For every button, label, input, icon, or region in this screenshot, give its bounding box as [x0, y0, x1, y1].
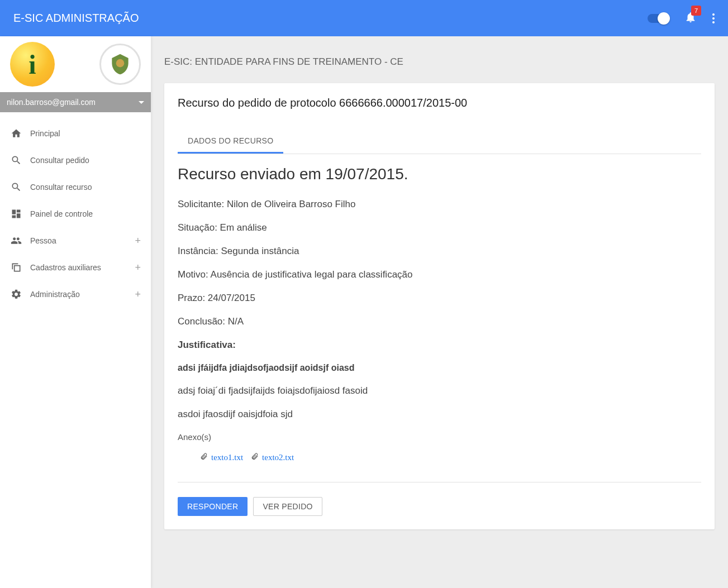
sidebar-item-admin[interactable]: Administração + [0, 281, 151, 308]
sidebar-item-painel[interactable]: Painel de controle [0, 200, 151, 227]
agency-crest-icon [99, 44, 141, 85]
attachment-item[interactable]: texto1.txt [200, 452, 243, 463]
respond-button[interactable]: RESPONDER [178, 497, 248, 516]
plus-icon: + [135, 262, 141, 274]
sidebar-item-label: Consultar recurso [30, 183, 92, 192]
user-email: nilon.barroso@gmail.com [7, 98, 96, 107]
attachment-link[interactable]: texto2.txt [262, 453, 294, 462]
justificativa-label: Justificativa: [178, 340, 701, 351]
justificativa-line3: asdoi jfaosdijf oaisjdfoia sjd [178, 409, 701, 420]
home-icon [10, 128, 22, 139]
action-bar: RESPONDER VER PEDIDO [178, 497, 701, 516]
dashboard-icon [10, 208, 22, 219]
sidebar-item-label: Cadastros auxiliares [30, 263, 101, 272]
chevron-down-icon [139, 101, 144, 104]
sidebar-item-label: Pessoa [30, 236, 56, 245]
anexos-label: Anexo(s) [178, 432, 701, 442]
logo-area: i [0, 36, 151, 92]
detail-motivo: Motivo: Ausência de justificativa legal … [178, 269, 701, 280]
plus-icon: + [135, 235, 141, 247]
detail-instancia: Instância: Segunda instância [178, 246, 701, 257]
main-content: E-SIC: ENTIDADE PARA FINS DE TREINAMENTO… [151, 36, 728, 588]
paperclip-icon [200, 452, 208, 463]
sidebar: i nilon.barroso@gmail.com Principal Cons… [0, 36, 151, 588]
notifications-button[interactable]: 7 [684, 11, 697, 26]
sidebar-item-consultar-pedido[interactable]: Consultar pedido [0, 147, 151, 174]
sidebar-item-pessoa[interactable]: Pessoa + [0, 227, 151, 254]
sidebar-item-label: Principal [30, 129, 60, 138]
attachment-item[interactable]: texto2.txt [251, 452, 294, 463]
topbar: E-SIC ADMINISTRAÇÃO 7 [0, 0, 728, 36]
svg-point-0 [116, 59, 125, 68]
sidebar-item-label: Administração [30, 290, 80, 299]
card-title: Recurso do pedido de protocolo 6666666.0… [178, 97, 701, 109]
svg-rect-1 [15, 266, 20, 271]
paperclip-icon [251, 452, 259, 463]
sidebar-item-label: Painel de controle [30, 209, 93, 218]
divider [178, 482, 701, 482]
notification-badge: 7 [691, 6, 701, 16]
sidebar-item-cadastros[interactable]: Cadastros auxiliares + [0, 254, 151, 281]
sidebar-item-consultar-recurso[interactable]: Consultar recurso [0, 174, 151, 200]
detail-situacao: Situação: Em análise [178, 222, 701, 233]
user-dropdown[interactable]: nilon.barroso@gmail.com [0, 92, 151, 112]
tab-dados-recurso[interactable]: DADOS DO RECURSO [178, 130, 283, 154]
detail-prazo: Prazo: 24/07/2015 [178, 293, 701, 304]
copy-icon [10, 262, 22, 273]
plus-icon: + [135, 289, 141, 300]
detail-solicitante: Solicitante: Nilon de Oliveira Barroso F… [178, 199, 701, 210]
gear-icon [10, 289, 22, 300]
sidebar-item-label: Consultar pedido [30, 156, 89, 165]
tab-row: DADOS DO RECURSO [178, 130, 701, 154]
more-menu-button[interactable] [712, 13, 715, 23]
people-icon [10, 235, 22, 246]
app-logo-icon: i [10, 42, 55, 87]
theme-toggle[interactable] [648, 14, 669, 23]
page-context: E-SIC: ENTIDADE PARA FINS DE TREINAMENTO… [164, 56, 715, 68]
attachment-link[interactable]: texto1.txt [211, 453, 243, 462]
view-request-button[interactable]: VER PEDIDO [253, 497, 322, 516]
justificativa-line1: adsi jfáijdfa jdiajdsofjaodsijf aoidsjf … [178, 363, 701, 373]
justificativa-line2: adsj foiaj´di fjadsijfaijds foiajsdofija… [178, 385, 701, 396]
detail-conclusao: Conclusão: N/A [178, 316, 701, 327]
app-title: E-SIC ADMINISTRAÇÃO [13, 12, 648, 25]
sidebar-item-principal[interactable]: Principal [0, 120, 151, 147]
search-doc-icon [10, 181, 22, 193]
nav: Principal Consultar pedido Consultar rec… [0, 112, 151, 315]
search-doc-icon [10, 155, 22, 166]
section-heading: Recurso enviado em 19/07/2015. [178, 165, 701, 183]
attachments: texto1.txt texto2.txt [200, 452, 701, 463]
content-card: Recurso do pedido de protocolo 6666666.0… [164, 83, 715, 529]
